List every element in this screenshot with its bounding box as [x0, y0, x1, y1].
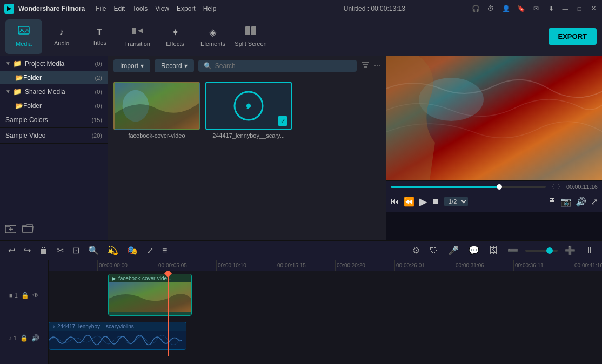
open-folder-icon[interactable] [22, 224, 34, 235]
shared-media-section[interactable]: ▼ 📁 Shared Media (0) ◀ [0, 84, 108, 99]
toolbar-audio[interactable]: ♪ Audio [43, 19, 80, 54]
app-name: Wondershare Filmora [18, 5, 85, 12]
captions-icon[interactable]: 💬 [466, 244, 482, 257]
screen-btn[interactable]: 🖥 [547, 197, 556, 206]
shared-subfolder-icon: 📂 [15, 102, 23, 110]
toolbar-media[interactable]: Media [5, 19, 42, 54]
zoom-dot [546, 247, 553, 254]
grid-icon[interactable]: ⋯ [374, 62, 380, 70]
undo-button[interactable]: ↩ [5, 244, 18, 257]
menu-file[interactable]: File [96, 5, 106, 12]
download-icon: ⬇ [546, 3, 557, 14]
expand-icon-2: ▼ [5, 89, 11, 95]
crop-button[interactable]: ⊡ [70, 244, 82, 257]
video-track-content[interactable]: ▶ facebook-cover-vide... [49, 271, 602, 320]
lock-icon[interactable]: 🔒 [21, 292, 29, 299]
effects-btn2[interactable]: 💫 [105, 244, 121, 257]
progress-track[interactable] [391, 186, 546, 188]
bookmark-icon: 🔖 [516, 3, 526, 14]
video-clip-icon: ▶ [112, 275, 116, 281]
search-box[interactable]: 🔍 [198, 60, 357, 72]
shared-media-folder[interactable]: 📂 Folder (0) [0, 99, 108, 112]
time-start: 〈 [549, 183, 554, 191]
photo-icon[interactable]: 🖼 [486, 245, 500, 257]
scissors-marker[interactable]: ✂ [164, 355, 173, 356]
toolbar-elements[interactable]: ◈ Elements [195, 19, 231, 54]
preview-progress-bar[interactable]: 〈 〉 00:00:11:16 [391, 183, 598, 191]
menu-tools[interactable]: Tools [132, 5, 148, 12]
cut-button[interactable]: ✂ [54, 244, 66, 257]
ruler-3: 00:00:15:15 [276, 260, 335, 271]
toolbar-transition[interactable]: Transition [119, 19, 156, 54]
zoom-out-btn[interactable]: ➖ [505, 244, 521, 257]
elements-label: Elements [200, 41, 225, 47]
toolbar-splitscreen[interactable]: Split Screen [232, 19, 269, 54]
audio-clip-icon: ♪ [52, 323, 55, 329]
progress-fill [391, 186, 499, 188]
audio-clip[interactable]: ♪ 244417_lennyboy__scaryviolins [49, 322, 186, 350]
panel-bottom-icons [0, 219, 108, 240]
ruler-2: 00:00:10:10 [216, 260, 276, 271]
search-input[interactable] [215, 62, 351, 70]
eye-icon[interactable]: 👁 [32, 292, 39, 299]
menu-view[interactable]: View [155, 5, 169, 12]
audio-lock-icon[interactable]: 🔒 [20, 334, 28, 342]
minimize-button[interactable]: — [561, 4, 570, 13]
play-button[interactable]: ▶ [419, 195, 427, 208]
toolbar-titles[interactable]: T Titles [81, 19, 118, 54]
maximize-button[interactable]: □ [575, 4, 584, 13]
import-button[interactable]: Import ▾ [113, 59, 150, 72]
shield-icon[interactable]: 🛡 [427, 245, 441, 257]
zoom-in-btn2[interactable]: ➕ [562, 244, 578, 257]
media-item-audio[interactable]: ♪ ✓ 244417_lennyboy__scary... [205, 82, 292, 234]
menu-edit[interactable]: Edit [113, 5, 125, 12]
sticker-btn[interactable]: 🎭 [124, 244, 141, 257]
sample-video-section[interactable]: Sample Video (20) [0, 128, 108, 144]
speed-select[interactable]: 1/2 1/4 1/1 2/1 [444, 197, 468, 206]
stop-button[interactable]: ⏹ [431, 197, 440, 206]
filter-icon[interactable] [361, 62, 370, 71]
audio-clip-label: 244417_lennyboy__scaryviolins [57, 323, 134, 329]
video-clip[interactable]: ▶ facebook-cover-vide... [108, 274, 192, 316]
step-back-button[interactable]: ⏮ [391, 197, 399, 206]
pause-tl-btn[interactable]: ⏸ [583, 245, 597, 257]
snapshot-btn[interactable]: 📷 [560, 197, 571, 207]
media-item-video[interactable]: facebook-cover-video [113, 82, 200, 234]
video-track-icons: ■ 1 🔒 👁 [9, 292, 39, 299]
project-media-section[interactable]: ▼ 📁 Project Media (0) [0, 56, 108, 71]
frame-back-button[interactable]: ⏪ [404, 197, 414, 207]
media-name-video: facebook-cover-video [113, 132, 200, 139]
close-button[interactable]: ✕ [589, 4, 598, 13]
preview-panel: 〈 〉 00:00:11:16 ⏮ ⏪ ▶ ⏹ 1/2 1/4 1/1 2/1 … [386, 56, 602, 240]
volume-btn[interactable]: 🔊 [576, 197, 586, 207]
delete-button[interactable]: 🗑 [37, 245, 51, 257]
zoom-slider[interactable] [525, 250, 558, 252]
video-clip-thumbnail [109, 282, 191, 312]
import-arrow-icon: ▾ [141, 62, 144, 70]
main-toolbar: Media ♪ Audio T Titles Transition ✦ Effe… [0, 17, 602, 56]
transition-label: Transition [124, 41, 150, 47]
fullscreen-btn[interactable]: ⤢ [591, 197, 598, 207]
gear-icon[interactable]: ⚙ [410, 244, 423, 257]
fullscreen-tl-btn[interactable]: ⤢ [144, 244, 156, 257]
zoom-in-btn[interactable]: 🔍 [85, 244, 102, 257]
new-folder-icon[interactable] [5, 224, 16, 235]
ruler-marks: 00:00:00:00 00:00:05:05 00:00:10:10 00:0… [97, 260, 602, 271]
toolbar-effects[interactable]: ✦ Effects [157, 19, 193, 54]
redo-button[interactable]: ↪ [21, 244, 34, 257]
mic-icon[interactable]: 🎤 [445, 244, 461, 257]
sample-colors-section[interactable]: Sample Colors (15) [0, 112, 108, 128]
system-icons: 🎧 ⏱ 👤 🔖 ✉ ⬇ [470, 3, 557, 14]
audio-track-content[interactable]: ♪ 244417_lennyboy__scaryviolins ✂ [49, 320, 602, 356]
audio-adjust-btn[interactable]: ≡ [159, 245, 170, 257]
menu-export[interactable]: Export [177, 5, 196, 12]
ruler-4: 00:00:20:20 [335, 260, 394, 271]
project-media-folder[interactable]: 📂 Folder (2) [0, 71, 108, 84]
record-button[interactable]: Record ▾ [155, 59, 194, 72]
timeline-body: ■ 1 🔒 👁 ♪ 1 🔒 🔊 00:00:00:00 00:0 [0, 260, 602, 364]
export-button[interactable]: EXPORT [549, 28, 597, 45]
svg-rect-2 [132, 28, 136, 34]
audio-volume-icon[interactable]: 🔊 [31, 334, 39, 342]
menu-help[interactable]: Help [203, 5, 217, 12]
menu-bar: File Edit Tools View Export Help [96, 5, 278, 12]
